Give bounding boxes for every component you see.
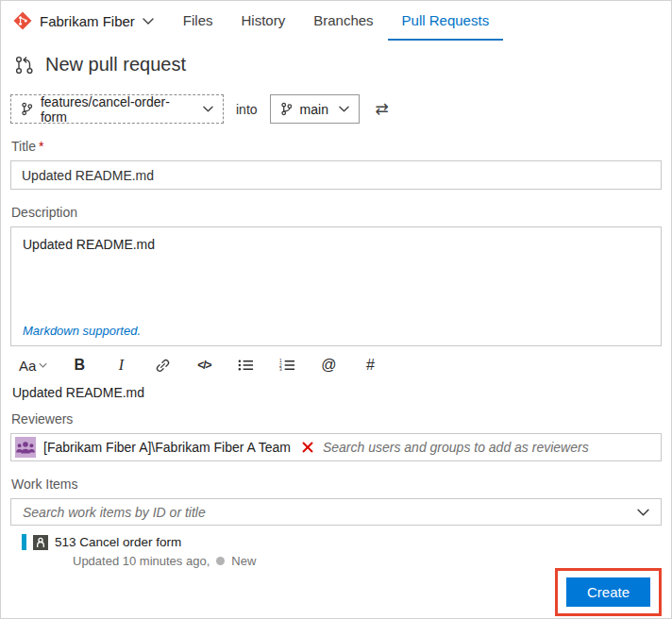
tab-branches[interactable]: Branches [299,1,387,41]
reviewer-search-input[interactable] [323,440,653,455]
description-label: Description [11,205,662,220]
work-item-link[interactable]: 513 Cancel order form [55,535,181,549]
work-item-id: 513 [55,535,76,549]
work-item-type-icon [33,535,48,550]
target-branch-name: main [300,102,328,117]
target-branch-dropdown[interactable]: main [270,94,360,124]
state-dot-icon [216,557,225,565]
chevron-down-icon [39,362,47,368]
chevron-down-icon [143,18,154,25]
work-items-label: Work Items [11,477,662,492]
bold-button[interactable]: B [70,357,89,374]
chevron-down-icon [203,106,213,112]
mention-button[interactable]: @ [319,357,338,374]
tab-history[interactable]: History [227,1,300,41]
hashtag-button[interactable]: # [361,357,379,374]
close-icon [302,442,313,453]
work-item-color-bar [22,534,26,550]
required-asterisk: * [39,139,43,154]
repo-selector[interactable]: Fabrikam Fiber [13,1,154,41]
link-icon[interactable] [153,358,172,374]
reviewers-picker[interactable]: [Fabrikam Fiber A]\Fabrikam Fiber A Team [10,433,662,461]
actions-row: Create [10,568,662,616]
work-item-meta-row: Updated 10 minutes ago, New [73,554,662,568]
title-label: Title* [11,139,662,154]
swap-branches-icon[interactable]: ⇄ [376,101,389,117]
pull-request-icon [14,55,35,75]
svg-text:3: 3 [279,367,282,372]
work-item-state: New [231,554,256,568]
branch-selector-row: features/cancel-order-form into main [10,94,662,124]
repo-icon [13,11,32,30]
description-textarea[interactable]: Updated README.md Markdown supported. [10,226,662,346]
bulleted-list-icon[interactable] [236,359,255,372]
tab-pull-requests[interactable]: Pull Requests [388,1,504,41]
source-branch-dropdown[interactable]: features/cancel-order-form [10,94,224,124]
page-title: New pull request [45,54,186,75]
selected-reviewer: [Fabrikam Fiber A]\Fabrikam Fiber A Team [43,440,291,455]
work-item-updated: Updated 10 minutes ago, [73,554,210,568]
page-header: New pull request [14,54,662,75]
format-dropdown[interactable]: Aa [19,358,47,374]
work-item-search[interactable] [10,498,662,526]
chevron-down-icon [339,106,349,112]
source-branch-name: features/cancel-order-form [41,94,195,125]
description-preview: Updated README.md [12,385,662,400]
markdown-supported-link[interactable]: Markdown supported. [23,324,141,338]
top-nav: Fabrikam Fiber Files History Branches Pu… [1,1,671,41]
code-button[interactable]: </> [194,359,213,372]
markdown-toolbar: Aa B I </> [10,346,662,382]
create-button[interactable]: Create [566,577,650,607]
linked-work-item: 513 Cancel order form Updated 10 minutes… [22,534,662,568]
remove-reviewer-button[interactable] [298,442,317,453]
work-item-title: Cancel order form [79,535,181,549]
create-button-highlight: Create [555,568,662,616]
git-branch-icon [21,102,33,116]
description-text: Updated README.md [23,237,155,252]
team-avatar [15,437,36,458]
new-pull-request-page: Fabrikam Fiber Files History Branches Pu… [0,0,672,619]
numbered-list-icon[interactable]: 1 2 3 [277,359,296,372]
git-branch-icon [280,102,293,116]
work-item-search-input[interactable] [23,505,637,520]
work-item-title-row: 513 Cancel order form [22,534,662,550]
into-label: into [236,102,258,117]
tab-files[interactable]: Files [169,1,227,41]
chevron-down-icon[interactable] [637,509,649,516]
italic-button[interactable]: I [111,357,130,374]
reviewers-label: Reviewers [11,411,662,427]
main-content: New pull request features/cancel-order-f… [1,41,671,619]
title-input[interactable] [10,160,662,190]
project-name: Fabrikam Fiber [40,13,135,29]
